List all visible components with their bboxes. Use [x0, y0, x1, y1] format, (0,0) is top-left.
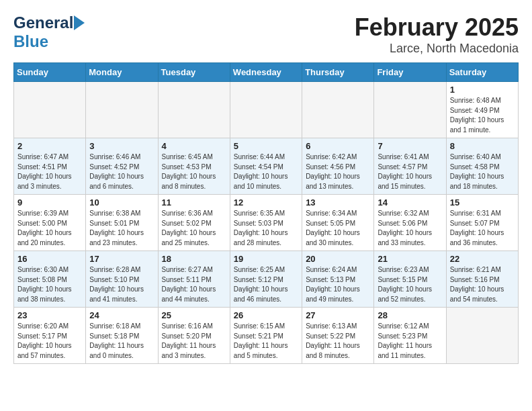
calendar-day-cell: 10Sunrise: 6:38 AMSunset: 5:01 PMDayligh…	[86, 195, 158, 251]
day-number: 4	[162, 141, 226, 151]
calendar-day-cell: 20Sunrise: 6:24 AMSunset: 5:13 PMDayligh…	[302, 251, 374, 308]
day-info: Sunrise: 6:46 AMSunset: 4:52 PMDaylight:…	[89, 152, 154, 191]
day-number: 28	[378, 310, 442, 320]
day-info: Sunrise: 6:27 AMSunset: 5:11 PMDaylight:…	[162, 265, 226, 304]
calendar-day-cell: 14Sunrise: 6:32 AMSunset: 5:06 PMDayligh…	[374, 195, 446, 251]
logo-arrow-icon	[74, 15, 85, 30]
day-number: 21	[378, 254, 442, 264]
day-info: Sunrise: 6:20 AMSunset: 5:17 PMDaylight:…	[17, 322, 82, 361]
calendar-day-cell: 8Sunrise: 6:40 AMSunset: 4:58 PMDaylight…	[446, 138, 518, 195]
calendar-day-cell: 13Sunrise: 6:34 AMSunset: 5:05 PMDayligh…	[302, 195, 374, 251]
calendar-week-row: 1Sunrise: 6:48 AMSunset: 4:49 PMDaylight…	[14, 82, 519, 138]
day-number: 12	[234, 197, 298, 208]
day-number: 23	[17, 310, 82, 320]
calendar-day-cell	[230, 82, 302, 138]
day-info: Sunrise: 6:39 AMSunset: 5:00 PMDaylight:…	[17, 209, 82, 248]
calendar-day-cell: 25Sunrise: 6:16 AMSunset: 5:20 PMDayligh…	[158, 308, 230, 364]
calendar-week-row: 9Sunrise: 6:39 AMSunset: 5:00 PMDaylight…	[14, 195, 519, 251]
calendar-day-cell: 12Sunrise: 6:35 AMSunset: 5:03 PMDayligh…	[230, 195, 302, 251]
calendar-day-cell: 4Sunrise: 6:45 AMSunset: 4:53 PMDaylight…	[158, 138, 230, 195]
calendar-day-cell	[302, 82, 374, 138]
day-info: Sunrise: 6:13 AMSunset: 5:22 PMDaylight:…	[306, 322, 370, 361]
day-info: Sunrise: 6:25 AMSunset: 5:12 PMDaylight:…	[234, 265, 298, 304]
page-header: General Blue February 2025 Larce, North …	[13, 13, 519, 56]
day-info: Sunrise: 6:36 AMSunset: 5:02 PMDaylight:…	[162, 209, 226, 248]
day-number: 7	[378, 141, 442, 151]
day-number: 3	[89, 141, 154, 151]
day-info: Sunrise: 6:42 AMSunset: 4:56 PMDaylight:…	[306, 152, 370, 191]
logo-blue: Blue	[13, 32, 48, 50]
calendar-day-cell: 17Sunrise: 6:28 AMSunset: 5:10 PMDayligh…	[86, 251, 158, 308]
day-info: Sunrise: 6:18 AMSunset: 5:18 PMDaylight:…	[89, 322, 154, 361]
day-number: 24	[89, 310, 154, 320]
title-section: February 2025 Larce, North Macedonia	[355, 13, 519, 56]
weekday-header-monday: Monday	[86, 63, 158, 82]
day-number: 19	[234, 254, 298, 264]
day-info: Sunrise: 6:48 AMSunset: 4:49 PMDaylight:…	[450, 96, 515, 135]
day-number: 20	[306, 254, 370, 264]
calendar-day-cell: 27Sunrise: 6:13 AMSunset: 5:22 PMDayligh…	[302, 308, 374, 364]
calendar-day-cell: 7Sunrise: 6:41 AMSunset: 4:57 PMDaylight…	[374, 138, 446, 195]
calendar-day-cell: 22Sunrise: 6:21 AMSunset: 5:16 PMDayligh…	[446, 251, 518, 308]
day-number: 6	[306, 141, 370, 151]
day-number: 25	[162, 310, 226, 320]
day-number: 27	[306, 310, 370, 320]
day-info: Sunrise: 6:35 AMSunset: 5:03 PMDaylight:…	[234, 209, 298, 248]
logo-general: General	[13, 13, 73, 32]
day-number: 10	[89, 197, 154, 208]
calendar-day-cell: 15Sunrise: 6:31 AMSunset: 5:07 PMDayligh…	[446, 195, 518, 251]
day-info: Sunrise: 6:40 AMSunset: 4:58 PMDaylight:…	[450, 152, 515, 191]
day-number: 8	[450, 141, 515, 151]
calendar-day-cell: 18Sunrise: 6:27 AMSunset: 5:11 PMDayligh…	[158, 251, 230, 308]
calendar-day-cell: 24Sunrise: 6:18 AMSunset: 5:18 PMDayligh…	[86, 308, 158, 364]
calendar-day-cell: 9Sunrise: 6:39 AMSunset: 5:00 PMDaylight…	[14, 195, 86, 251]
day-info: Sunrise: 6:38 AMSunset: 5:01 PMDaylight:…	[89, 209, 154, 248]
day-number: 17	[89, 254, 154, 264]
calendar-day-cell: 5Sunrise: 6:44 AMSunset: 4:54 PMDaylight…	[230, 138, 302, 195]
day-info: Sunrise: 6:45 AMSunset: 4:53 PMDaylight:…	[162, 152, 226, 191]
day-info: Sunrise: 6:31 AMSunset: 5:07 PMDaylight:…	[450, 209, 515, 248]
day-number: 15	[450, 197, 515, 208]
weekday-header-wednesday: Wednesday	[230, 63, 302, 82]
day-number: 14	[378, 197, 442, 208]
day-number: 1	[450, 85, 515, 95]
day-info: Sunrise: 6:12 AMSunset: 5:23 PMDaylight:…	[378, 322, 442, 361]
day-number: 13	[306, 197, 370, 208]
calendar-week-row: 2Sunrise: 6:47 AMSunset: 4:51 PMDaylight…	[14, 138, 519, 195]
day-info: Sunrise: 6:28 AMSunset: 5:10 PMDaylight:…	[89, 265, 154, 304]
day-info: Sunrise: 6:41 AMSunset: 4:57 PMDaylight:…	[378, 152, 442, 191]
calendar-day-cell	[446, 308, 518, 364]
day-info: Sunrise: 6:32 AMSunset: 5:06 PMDaylight:…	[378, 209, 442, 248]
day-info: Sunrise: 6:47 AMSunset: 4:51 PMDaylight:…	[17, 152, 82, 191]
month-title: February 2025	[355, 13, 519, 42]
calendar-day-cell: 23Sunrise: 6:20 AMSunset: 5:17 PMDayligh…	[14, 308, 86, 364]
calendar-week-row: 23Sunrise: 6:20 AMSunset: 5:17 PMDayligh…	[14, 308, 519, 364]
day-info: Sunrise: 6:34 AMSunset: 5:05 PMDaylight:…	[306, 209, 370, 248]
weekday-header-thursday: Thursday	[302, 63, 374, 82]
day-number: 5	[234, 141, 298, 151]
day-number: 11	[162, 197, 226, 208]
calendar-day-cell: 28Sunrise: 6:12 AMSunset: 5:23 PMDayligh…	[374, 308, 446, 364]
weekday-header-sunday: Sunday	[14, 63, 86, 82]
calendar-day-cell: 11Sunrise: 6:36 AMSunset: 5:02 PMDayligh…	[158, 195, 230, 251]
calendar-day-cell: 26Sunrise: 6:15 AMSunset: 5:21 PMDayligh…	[230, 308, 302, 364]
day-number: 26	[234, 310, 298, 320]
weekday-header-friday: Friday	[374, 63, 446, 82]
calendar-day-cell	[86, 82, 158, 138]
day-number: 22	[450, 254, 515, 264]
calendar-header-row: SundayMondayTuesdayWednesdayThursdayFrid…	[14, 63, 519, 82]
weekday-header-tuesday: Tuesday	[158, 63, 230, 82]
calendar-day-cell	[158, 82, 230, 138]
calendar-day-cell: 19Sunrise: 6:25 AMSunset: 5:12 PMDayligh…	[230, 251, 302, 308]
day-info: Sunrise: 6:23 AMSunset: 5:15 PMDaylight:…	[378, 265, 442, 304]
calendar-day-cell: 21Sunrise: 6:23 AMSunset: 5:15 PMDayligh…	[374, 251, 446, 308]
calendar-day-cell	[14, 82, 86, 138]
calendar-day-cell	[374, 82, 446, 138]
calendar-day-cell: 3Sunrise: 6:46 AMSunset: 4:52 PMDaylight…	[86, 138, 158, 195]
day-info: Sunrise: 6:24 AMSunset: 5:13 PMDaylight:…	[306, 265, 370, 304]
day-info: Sunrise: 6:21 AMSunset: 5:16 PMDaylight:…	[450, 265, 515, 304]
calendar-day-cell: 2Sunrise: 6:47 AMSunset: 4:51 PMDaylight…	[14, 138, 86, 195]
day-info: Sunrise: 6:15 AMSunset: 5:21 PMDaylight:…	[234, 322, 298, 361]
weekday-header-saturday: Saturday	[446, 63, 518, 82]
calendar-day-cell: 16Sunrise: 6:30 AMSunset: 5:08 PMDayligh…	[14, 251, 86, 308]
